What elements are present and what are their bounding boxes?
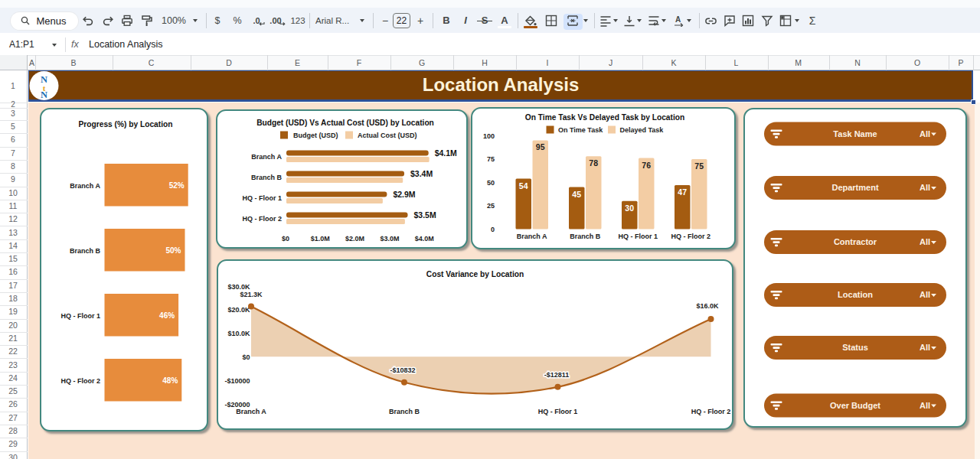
svg-text:HQ - Floor 1: HQ - Floor 1 <box>243 194 283 202</box>
svg-text:Branch B: Branch B <box>251 174 283 181</box>
svg-text:-$12811: -$12811 <box>544 371 570 379</box>
svg-text:$10.0K: $10.0K <box>227 330 250 337</box>
svg-text:Progress (%) by Location: Progress (%) by Location <box>79 120 173 129</box>
svg-text:Delayed Task: Delayed Task <box>620 126 665 134</box>
svg-text:$2.0M: $2.0M <box>345 235 364 243</box>
svg-text:Task Name: Task Name <box>833 129 877 138</box>
svg-text:$3.4M: $3.4M <box>410 169 433 178</box>
svg-text:All: All <box>919 183 929 192</box>
svg-text:50: 50 <box>487 179 495 187</box>
svg-text:$30.0K: $30.0K <box>227 283 250 291</box>
svg-text:A: A <box>675 15 681 24</box>
svg-text:All: All <box>919 129 929 138</box>
svg-text:Branch B: Branch B <box>70 247 101 255</box>
svg-text:HQ - Floor 2: HQ - Floor 2 <box>691 408 731 415</box>
svg-text:25: 25 <box>487 202 495 210</box>
svg-text:Status: Status <box>842 343 868 352</box>
svg-text:$4.0M: $4.0M <box>415 235 434 243</box>
svg-text:Branch A: Branch A <box>236 408 266 415</box>
svg-text:On Time Task Vs Delayed Task b: On Time Task Vs Delayed Task by Location <box>525 113 684 122</box>
svg-text:Department: Department <box>831 183 878 192</box>
svg-text:52%: 52% <box>169 181 185 190</box>
svg-text:$0: $0 <box>282 235 289 243</box>
svg-text:HQ - Floor 2: HQ - Floor 2 <box>671 233 710 240</box>
svg-text:Branch A: Branch A <box>517 233 547 240</box>
svg-text:Branch A: Branch A <box>251 153 282 161</box>
svg-text:47: 47 <box>678 187 687 197</box>
svg-text:$20.0K: $20.0K <box>227 306 250 314</box>
svg-text:$2.9M: $2.9M <box>393 190 415 199</box>
svg-text:46%: 46% <box>159 311 175 320</box>
svg-text:Branch A: Branch A <box>70 182 100 190</box>
svg-text:-$10832: -$10832 <box>390 366 415 374</box>
svg-text:78: 78 <box>589 158 598 168</box>
svg-text:$0: $0 <box>242 353 250 361</box>
svg-text:HQ - Floor 1: HQ - Floor 1 <box>618 233 658 240</box>
svg-text:HQ - Floor 2: HQ - Floor 2 <box>61 377 101 385</box>
svg-text:HQ - Floor 1: HQ - Floor 1 <box>61 312 101 320</box>
svg-text:Budget (USD) Vs Actual Cost (U: Budget (USD) Vs Actual Cost (USD) by Loc… <box>256 119 434 127</box>
svg-text:$3.0M: $3.0M <box>380 235 399 243</box>
svg-text:Branch B: Branch B <box>570 233 601 240</box>
svg-text:Over Budget: Over Budget <box>829 400 880 409</box>
svg-text:All: All <box>919 343 929 352</box>
svg-text:30: 30 <box>625 203 634 213</box>
svg-text:75: 75 <box>694 161 704 171</box>
svg-text:0: 0 <box>491 226 495 233</box>
svg-text:$3.5M: $3.5M <box>414 210 436 220</box>
svg-text:$16.0K: $16.0K <box>696 302 719 310</box>
svg-text:HQ - Floor 2: HQ - Floor 2 <box>243 215 283 223</box>
svg-text:Budget (USD): Budget (USD) <box>293 132 338 139</box>
svg-text:76: 76 <box>642 161 651 170</box>
svg-text:All: All <box>919 290 929 299</box>
svg-text:All: All <box>919 237 929 246</box>
svg-text:45: 45 <box>572 190 581 199</box>
svg-text:$4.1M: $4.1M <box>435 148 457 158</box>
svg-text:54: 54 <box>519 181 528 190</box>
svg-text:Location: Location <box>838 290 873 299</box>
svg-text:Contractor: Contractor <box>833 237 877 246</box>
svg-text:Cost Variance by Location: Cost Variance by Location <box>426 270 524 278</box>
svg-text:100: 100 <box>483 132 495 140</box>
svg-text:48%: 48% <box>162 376 178 385</box>
svg-text:All: All <box>919 400 929 409</box>
svg-text:HQ - Floor 1: HQ - Floor 1 <box>538 408 578 415</box>
svg-text:75: 75 <box>487 155 495 163</box>
svg-text:On Time Task: On Time Task <box>558 126 603 134</box>
svg-text:50%: 50% <box>165 246 181 255</box>
svg-text:95: 95 <box>536 142 545 151</box>
svg-text:$1.0M: $1.0M <box>311 235 330 243</box>
svg-text:$21.3K: $21.3K <box>240 291 263 298</box>
svg-text:Actual Cost (USD): Actual Cost (USD) <box>358 132 417 139</box>
svg-text:N: N <box>41 90 47 100</box>
svg-text:Branch B: Branch B <box>389 408 420 415</box>
svg-text:-$10000: -$10000 <box>224 377 250 385</box>
